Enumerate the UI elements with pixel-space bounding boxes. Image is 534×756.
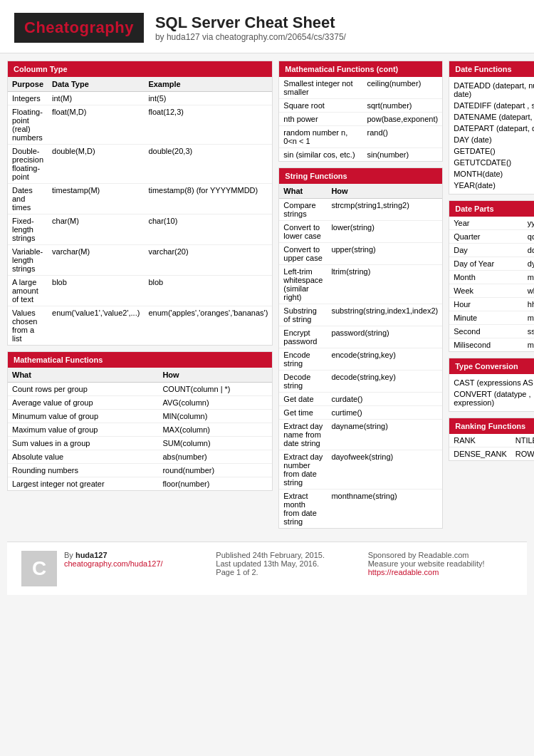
table-row: Integersint(M)int(5) <box>8 92 272 105</box>
footer-info: Published 24th February, 2015. Last upda… <box>216 551 360 586</box>
table-row: Get timecurtime() <box>279 406 442 420</box>
section-header-math: Mathematical Functions <box>8 352 272 368</box>
section-header-ranking: Ranking Functions <box>449 418 534 434</box>
list-item: DATEADD (datepart, number , date) <box>454 80 534 100</box>
math-cont-table: Smallest integer not smallerceiling(numb… <box>279 77 442 161</box>
section-header-column-type: Coloumn Type <box>8 61 272 77</box>
section-ranking: Ranking Functions RANKNTILEDENSE_RANKROW… <box>449 418 534 461</box>
section-math-cont: Mathematical Functions (cont) Smallest i… <box>278 61 443 162</box>
list-item: DATEPART (datepart, date) <box>454 123 534 134</box>
list-item: MONTH(date) <box>454 168 534 180</box>
table-row: Smallest integer not smallerceiling(numb… <box>279 77 442 99</box>
list-item: DAY (date) <box>454 134 534 145</box>
table-row: Average value of groupAVG(column) <box>8 396 272 410</box>
footer-author-link[interactable]: cheatography.com/huda127/ <box>64 559 163 568</box>
table-row: Rounding numbersround(number) <box>8 464 272 477</box>
table-row: DENSE_RANKROW_NUMBER <box>449 447 534 461</box>
table-row: Count rows per groupCOUNT(column | *) <box>8 383 272 396</box>
page-footer: C By huda127 cheatography.com/huda127/ P… <box>7 542 527 595</box>
table-row: Floating-point (real) numbersfloat(M,D)f… <box>8 105 272 145</box>
table-row: Variable-length stringsvarchar(M)varchar… <box>8 245 272 276</box>
table-row: Day of Yeardy, y <box>449 257 534 271</box>
table-row: Milisecondms <box>449 338 534 352</box>
table-row: Minutemi, n <box>449 311 534 325</box>
table-row: Convert to lower caselower(string) <box>279 221 442 243</box>
table-row: random number n, 0<n < 1rand() <box>279 126 442 148</box>
table-row: sin (similar cos, etc.)sin(number) <box>279 148 442 162</box>
table-row: Encrypt passwordpassword(string) <box>279 326 442 348</box>
table-row: Secondss, s <box>449 325 534 338</box>
table-row: Square rootsqrt(number) <box>279 99 442 113</box>
section-header-string: String Functions <box>279 168 442 184</box>
list-item: CONVERT (datatype , expression) <box>454 388 534 408</box>
page-title: SQL Server Cheat Sheet <box>155 14 346 32</box>
table-row: Minumum value of groupMIN(column) <box>8 410 272 423</box>
header-text: SQL Server Cheat Sheet by huda127 via ch… <box>155 14 346 42</box>
list-item: YEAR(date) <box>454 180 534 191</box>
page-subtitle: by huda127 via cheatography.com/20654/cs… <box>155 32 346 42</box>
table-row: Extract day number from date stringdayof… <box>279 450 442 490</box>
table-row: RANKNTILE <box>449 434 534 447</box>
section-date-functions: Date Functions DATEADD (datepart, number… <box>449 61 534 195</box>
col-header-example: Example <box>144 77 272 92</box>
date-parts-table: Yearyy, yyyyQuarterqq, qDaydd, dDay of Y… <box>449 217 534 351</box>
column-1: Coloumn Type Purpose Data Type Example I… <box>7 61 276 534</box>
table-row: Extract month from date stringmonthname(… <box>279 490 442 529</box>
table-row: Daydd, d <box>449 244 534 257</box>
section-header-math-cont: Mathematical Functions (cont) <box>279 61 442 77</box>
table-row: Encode stringencode(string,key) <box>279 348 442 371</box>
column-3: Date Functions DATEADD (datepart, number… <box>446 61 534 534</box>
string-how-header: How <box>327 184 442 199</box>
table-row: Hourhh <box>449 298 534 311</box>
table-row: Decode stringdecode(string,key) <box>279 371 442 393</box>
list-item: DATENAME (datepart, date) <box>454 111 534 123</box>
section-column-type: Coloumn Type Purpose Data Type Example I… <box>7 61 273 346</box>
table-row: Monthmm, m <box>449 271 534 284</box>
ranking-table: RANKNTILEDENSE_RANKROW_NUMBER <box>449 434 534 460</box>
table-row: Quarterqq, q <box>449 230 534 244</box>
section-header-date: Date Functions <box>449 61 534 77</box>
table-row: Double-precision floating-pointdouble(M,… <box>8 145 272 184</box>
table-row: Absolute valueabs(number) <box>8 450 272 464</box>
column-2: Mathematical Functions (cont) Smallest i… <box>276 61 446 534</box>
footer-logo: C <box>21 551 57 586</box>
string-table: What How Compare stringsstrcmp(string1,s… <box>279 184 442 528</box>
table-row: Dates and timestimestamp(M)timestamp(8) … <box>8 184 272 214</box>
math-table: What How Count rows per groupCOUNT(colum… <box>8 368 272 490</box>
main-content: Coloumn Type Purpose Data Type Example I… <box>0 53 534 542</box>
table-row: Largest integer not greaterfloor(number) <box>8 477 272 491</box>
string-what-header: What <box>279 184 327 199</box>
table-row: Left-trim whitespace (similar right)ltri… <box>279 265 442 304</box>
math-what-header: What <box>8 368 158 383</box>
table-row: Extract day name from date stringdayname… <box>279 420 442 450</box>
page-header: Cheatography SQL Server Cheat Sheet by h… <box>0 0 534 53</box>
column-type-table: Purpose Data Type Example Integersint(M)… <box>8 77 272 345</box>
footer-sponsor-link[interactable]: https://readable.com <box>368 568 439 576</box>
table-row: Substring of stringsubstring(string,inde… <box>279 304 442 326</box>
table-row: Convert to upper caseupper(string) <box>279 243 442 265</box>
logo-text: Cheatography <box>24 19 134 36</box>
section-type-conversion: Type Conversion CAST (expressions AS dat… <box>449 358 534 412</box>
table-row: Maximum value of groupMAX(column) <box>8 423 272 437</box>
logo: Cheatography <box>14 13 144 43</box>
table-row: Weekwk, ww <box>449 284 534 298</box>
col-header-purpose: Purpose <box>8 77 48 92</box>
table-row: Compare stringsstrcmp(string1,string2) <box>279 199 442 221</box>
list-item: GETDATE() <box>454 145 534 157</box>
section-string-functions: String Functions What How Compare string… <box>278 167 443 529</box>
table-row: Get datecurdate() <box>279 393 442 406</box>
footer-author: By huda127 cheatography.com/huda127/ <box>64 551 209 586</box>
section-date-parts: Date Parts Yearyy, yyyyQuarterqq, qDaydd… <box>449 200 534 352</box>
list-item: DATEDIFF (datepart , start , end) <box>454 100 534 111</box>
table-row: Yearyy, yyyy <box>449 217 534 230</box>
list-item: GETUTCDATE() <box>454 157 534 168</box>
section-math-functions: Mathematical Functions What How Count ro… <box>7 351 273 491</box>
math-how-header: How <box>158 368 272 383</box>
table-row: Sum values in a groupSUM(column) <box>8 437 272 450</box>
footer-sponsor: Sponsored by Readable.com Measure your w… <box>368 551 513 586</box>
table-row: A large amount of textblobblob <box>8 276 272 306</box>
list-item: CAST (expressions AS datatype) <box>454 377 534 388</box>
table-row: nth powerpow(base,exponent) <box>279 113 442 126</box>
section-header-type-conv: Type Conversion <box>449 358 534 374</box>
table-row: Fixed-length stringschar(M)char(10) <box>8 214 272 245</box>
